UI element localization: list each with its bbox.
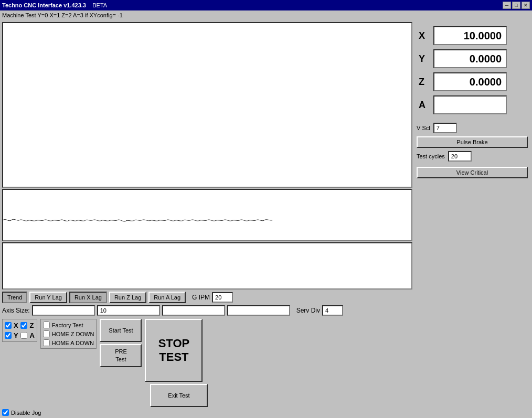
a-checkbox[interactable]: [20, 332, 27, 339]
z-coord-row: Z 0.0000: [419, 72, 526, 91]
y-coord-row: Y 0.0000: [419, 49, 526, 68]
home-z-down-label: HOME Z DOWN: [52, 331, 94, 337]
z-label: Z: [29, 321, 34, 329]
test-controls-row: X Z Y A Factory Test: [2, 319, 412, 382]
v-scl-row: V Scl: [417, 123, 528, 133]
test-cycles-label: Test cycles: [417, 153, 445, 159]
button-row: Trend Run Y Lag Run X Lag Run Z Lag Run …: [2, 292, 412, 303]
top-chart: [2, 22, 412, 188]
minimize-button[interactable]: ─: [503, 2, 511, 9]
factory-test-checkbox[interactable]: [43, 321, 50, 328]
axis-size-row: Axis Size: Serv Div: [2, 305, 412, 316]
exit-test-button[interactable]: Exit Test: [150, 384, 208, 407]
title-text: Techno CNC Interface v1.423.3 BETA: [2, 2, 107, 8]
pulse-brake-button[interactable]: Pulse Brake: [417, 136, 528, 148]
y-checkbox[interactable]: [5, 332, 12, 339]
x-coord-value: 10.0000: [433, 26, 507, 45]
axis-size-input-3[interactable]: [162, 305, 225, 316]
home-z-down-item: HOME Z DOWN: [43, 330, 94, 337]
wave-svg: [3, 190, 411, 240]
disable-jog-row: Disable Jog: [2, 409, 412, 416]
axis-size-input-4[interactable]: [227, 305, 290, 316]
factory-group: Factory Test HOME Z DOWN HOME A DOWN: [40, 319, 97, 349]
y-label: Y: [14, 331, 18, 339]
left-panel: Trend Run Y Lag Run X Lag Run Z Lag Run …: [2, 22, 412, 416]
x-label: X: [14, 321, 18, 329]
start-test-button[interactable]: Start Test: [100, 319, 142, 342]
menu-bar: Machine Test Y=0 X=1 Z=2 A=3 if XYconfig…: [0, 10, 532, 20]
x-coord-row: X 10.0000: [419, 26, 526, 45]
run-y-lag-button[interactable]: Run Y Lag: [29, 292, 67, 303]
a-label: A: [29, 331, 34, 339]
right-panel: X 10.0000 Y 0.0000 Z 0.0000 A V Scl Puls…: [414, 22, 530, 416]
home-a-down-item: HOME A DOWN: [43, 339, 94, 346]
z-coord-value: 0.0000: [433, 72, 507, 91]
z-checkbox-item: Z: [20, 321, 34, 329]
axis-size-input-1[interactable]: [32, 305, 95, 316]
y-checkbox-item: Y: [5, 331, 18, 339]
z-checkbox[interactable]: [20, 322, 27, 329]
x-coord-label: X: [419, 30, 429, 41]
run-z-lag-button[interactable]: Run Z Lag: [109, 292, 146, 303]
y-coord-label: Y: [419, 53, 429, 65]
wave-chart: [2, 189, 412, 241]
test-cycles-input[interactable]: [448, 151, 472, 162]
title-bar: Techno CNC Interface v1.423.3 BETA ─ □ ✕: [0, 0, 532, 10]
axis-checkbox-group: X Z Y A: [2, 319, 37, 342]
v-scl-input[interactable]: [433, 123, 457, 133]
window-controls: ─ □ ✕: [503, 2, 530, 9]
x-checkbox-item: X: [5, 321, 18, 329]
home-z-down-checkbox[interactable]: [43, 330, 50, 337]
exit-jog-row: Exit Test: [2, 384, 412, 407]
menu-text: Machine Test Y=0 X=1 Z=2 A=3 if XYconfig…: [2, 12, 123, 18]
x-checkbox[interactable]: [5, 322, 12, 329]
factory-test-label: Factory Test: [52, 322, 83, 328]
a-checkbox-item: A: [20, 331, 34, 339]
view-critical-button[interactable]: View Critical: [417, 167, 528, 178]
axis-size-input-2[interactable]: [97, 305, 160, 316]
coordinate-panel: X 10.0000 Y 0.0000 Z 0.0000 A: [414, 22, 530, 119]
maximize-button[interactable]: □: [512, 2, 520, 9]
start-pre-group: Start Test PRETest: [100, 319, 142, 367]
serv-div-label: Serv Div: [296, 307, 320, 314]
serv-div-input[interactable]: [322, 305, 343, 316]
g-ipm-label: G IPM: [192, 294, 210, 301]
home-a-down-label: HOME A DOWN: [52, 340, 94, 346]
pre-test-button[interactable]: PRETest: [100, 344, 142, 367]
axis-size-label: Axis Size:: [2, 307, 30, 314]
y-coord-value: 0.0000: [433, 49, 507, 68]
right-controls: V Scl Pulse Brake Test cycles View Criti…: [414, 121, 530, 180]
a-coord-value: [433, 95, 507, 114]
close-button[interactable]: ✕: [522, 2, 530, 9]
main-container: Trend Run Y Lag Run X Lag Run Z Lag Run …: [0, 20, 532, 418]
factory-test-item: Factory Test: [43, 321, 94, 328]
a-coord-row: A: [419, 95, 526, 114]
a-coord-label: A: [419, 100, 429, 111]
disable-jog-checkbox[interactable]: [2, 409, 9, 416]
bottom-chart: [2, 242, 412, 290]
g-ipm-input[interactable]: [212, 292, 233, 303]
run-a-lag-button[interactable]: Run A Lag: [148, 292, 186, 303]
disable-jog-label: Disable Jog: [11, 410, 41, 416]
trend-button[interactable]: Trend: [2, 292, 27, 303]
home-a-down-checkbox[interactable]: [43, 339, 50, 346]
stop-test-button[interactable]: STOPTEST: [145, 319, 203, 382]
z-coord-label: Z: [419, 77, 429, 88]
v-scl-label: V Scl: [417, 125, 430, 131]
test-cycles-row: Test cycles: [417, 151, 528, 162]
run-x-lag-button[interactable]: Run X Lag: [69, 292, 107, 303]
